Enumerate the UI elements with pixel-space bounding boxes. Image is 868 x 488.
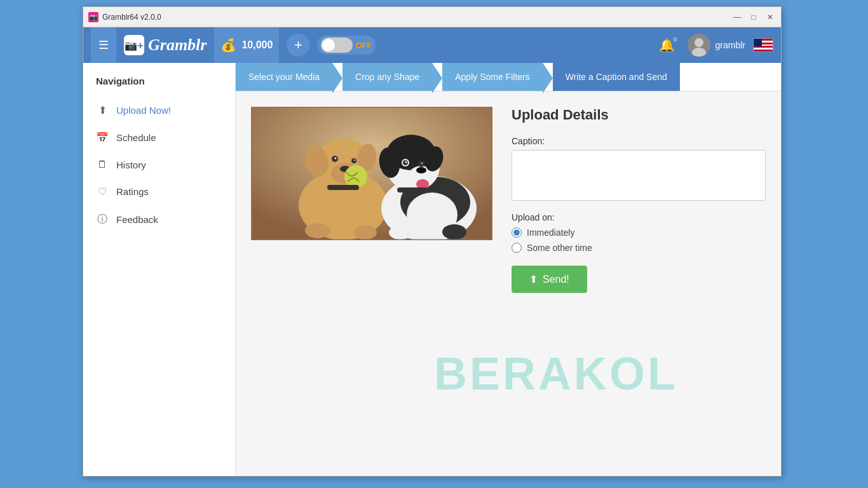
app-icon: 📷 xyxy=(88,12,98,22)
wizard-step-label-caption-send: Write a Caption and Send xyxy=(566,72,667,82)
wizard-step-apply-filters[interactable]: Apply Some Filters xyxy=(442,63,542,91)
sidebar-item-label-schedule: Schedule xyxy=(116,132,156,143)
toggle-knob xyxy=(322,39,335,51)
send-button-label: Send! xyxy=(543,274,569,285)
svg-point-18 xyxy=(354,226,377,240)
svg-point-26 xyxy=(416,167,426,173)
wizard-steps: Select your Media Crop any Shape Apply S… xyxy=(236,63,781,92)
close-button[interactable]: ✕ xyxy=(764,11,776,23)
username-label: gramblr xyxy=(715,40,745,50)
svg-point-29 xyxy=(405,161,407,163)
sidebar-item-label-history: History xyxy=(116,159,146,170)
send-button[interactable]: ⬆ Send! xyxy=(512,266,587,293)
hamburger-icon: ☰ xyxy=(98,38,109,52)
svg-point-11 xyxy=(351,158,356,163)
image-preview xyxy=(251,107,492,240)
sidebar-item-schedule[interactable]: 📅 Schedule xyxy=(83,124,235,151)
sidebar: Navigation ⬆ Upload Now! 📅 Schedule 🗒 Hi… xyxy=(83,63,236,476)
avatar xyxy=(688,34,710,57)
toggle-area[interactable]: OFF xyxy=(317,36,376,55)
app-window: 📷 Gramblr64 v2.0.0 — □ ✕ ☰ 📷+ Gramblr 💰 … xyxy=(83,6,782,477)
notification-badge: 0 xyxy=(671,35,680,44)
sidebar-item-label-upload: Upload Now! xyxy=(116,105,171,116)
window-title: Gramblr64 v2.0.0 xyxy=(102,13,161,22)
svg-rect-16 xyxy=(327,185,359,190)
window-controls: — □ ✕ xyxy=(731,11,776,23)
sidebar-item-label-ratings: Ratings xyxy=(116,186,149,197)
caption-label: Caption: xyxy=(512,136,766,146)
svg-point-35 xyxy=(389,226,412,240)
radio-item-other-time[interactable]: Some other time xyxy=(512,243,766,253)
title-bar: 📷 Gramblr64 v2.0.0 — □ ✕ xyxy=(83,7,781,27)
sidebar-item-feedback[interactable]: ⓘ Feedback xyxy=(83,205,235,234)
coins-icon: 💰 xyxy=(220,37,236,53)
wizard-step-caption-send[interactable]: Write a Caption and Send xyxy=(553,63,680,91)
svg-point-12 xyxy=(354,159,355,161)
main-content: Select your Media Crop any Shape Apply S… xyxy=(236,63,781,476)
logo-text: Gramblr xyxy=(148,36,207,55)
sidebar-nav-title: Navigation xyxy=(83,76,235,97)
logo-icon: 📷+ xyxy=(124,35,144,55)
wizard-step-label-select-media: Select your Media xyxy=(248,72,320,82)
schedule-icon: 📅 xyxy=(96,132,109,144)
caption-textarea[interactable] xyxy=(512,150,766,201)
wizard-step-label-crop-shape: Crop any Shape xyxy=(355,72,419,82)
svg-point-10 xyxy=(335,158,337,159)
coins-value: 10,000 xyxy=(241,39,273,51)
title-bar-left: 📷 Gramblr64 v2.0.0 xyxy=(88,12,161,22)
notification-button[interactable]: 🔔 0 xyxy=(654,35,680,55)
radio-immediately[interactable] xyxy=(512,227,522,238)
toggle-label: OFF xyxy=(355,41,372,50)
sidebar-item-upload[interactable]: ⬆ Upload Now! xyxy=(83,97,235,124)
send-icon: ⬆ xyxy=(529,273,538,285)
sidebar-item-ratings[interactable]: ♡ Ratings xyxy=(83,178,235,205)
maximize-button[interactable]: □ xyxy=(748,11,759,23)
sidebar-item-label-feedback: Feedback xyxy=(116,214,158,225)
add-button[interactable]: + xyxy=(287,34,309,57)
svg-point-36 xyxy=(442,224,466,240)
upload-details-title: Upload Details xyxy=(512,107,766,123)
app-logo: 📷+ Gramblr xyxy=(124,35,207,55)
upload-on-label: Upload on: xyxy=(512,212,766,222)
wizard-step-label-apply-filters: Apply Some Filters xyxy=(455,72,529,82)
content-area: Upload Details Caption: Upload on: Immed… xyxy=(236,92,781,476)
sidebar-item-history[interactable]: 🗒 History xyxy=(83,151,235,178)
upload-icon: ⬆ xyxy=(96,104,109,116)
toggle-switch[interactable] xyxy=(321,37,353,53)
svg-point-1 xyxy=(695,38,703,47)
ratings-icon: ♡ xyxy=(96,186,109,198)
radio-label-immediately: Immediately xyxy=(527,227,574,238)
radio-item-immediately[interactable]: Immediately xyxy=(512,227,766,238)
svg-point-17 xyxy=(305,223,330,238)
flag-icon xyxy=(753,38,773,52)
coins-area[interactable]: 💰 10,000 xyxy=(214,27,279,63)
minimize-button[interactable]: — xyxy=(731,11,743,23)
svg-point-31 xyxy=(421,163,423,164)
wizard-step-crop-shape[interactable]: Crop any Shape xyxy=(342,63,432,91)
svg-point-15 xyxy=(344,165,367,188)
hamburger-button[interactable]: ☰ xyxy=(91,27,116,63)
svg-rect-34 xyxy=(397,187,428,193)
profile-area[interactable]: gramblr xyxy=(688,34,745,57)
svg-point-30 xyxy=(418,161,424,167)
radio-label-other-time: Some other time xyxy=(527,243,592,253)
feedback-icon: ⓘ xyxy=(96,213,109,226)
radio-group-upload-on: Immediately Some other time xyxy=(512,227,766,253)
app-body: Navigation ⬆ Upload Now! 📅 Schedule 🗒 Hi… xyxy=(83,63,781,476)
history-icon: 🗒 xyxy=(96,159,109,170)
radio-other-time[interactable] xyxy=(512,243,522,253)
dogs-image xyxy=(251,107,492,240)
upload-details-panel: Upload Details Caption: Upload on: Immed… xyxy=(512,107,766,461)
wizard-step-select-media[interactable]: Select your Media xyxy=(236,63,332,91)
app-header: ☰ 📷+ Gramblr 💰 10,000 + OFF 🔔 0 xyxy=(83,27,781,63)
